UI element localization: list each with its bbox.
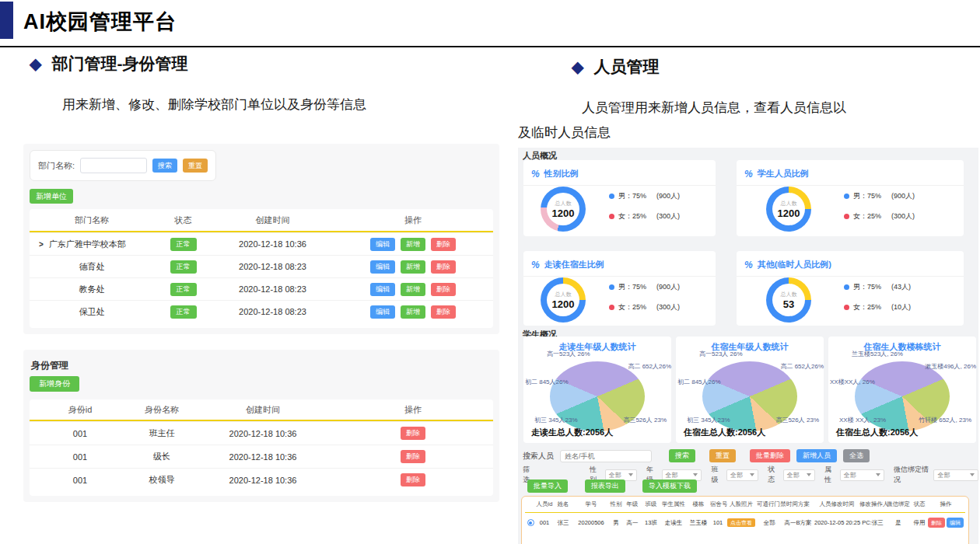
col-status: 状态	[911, 500, 928, 508]
dept-name-label: 部门名称:	[38, 160, 75, 172]
col-actions: 操作	[333, 214, 493, 226]
modify-time: 2020-12-05 20:25	[814, 519, 859, 526]
pie-label: 高三526人 23%	[775, 416, 819, 424]
person-search-button[interactable]: 搜索	[669, 449, 695, 462]
select-value: 全部	[787, 471, 800, 479]
batch-import-button[interactable]: 批量导入	[527, 479, 568, 493]
status-select[interactable]: 全部	[783, 469, 815, 481]
delete-button[interactable]: 删除	[401, 427, 425, 440]
dept-name-input[interactable]	[80, 158, 147, 173]
dept-reset-button[interactable]: 重置	[183, 159, 208, 173]
chevron-down-icon	[628, 473, 633, 476]
col-student-attr: 学生属性	[660, 500, 687, 508]
col-student-no: 学号	[573, 500, 609, 508]
row-radio[interactable]	[527, 519, 534, 526]
male-dot-icon	[844, 284, 849, 290]
slide-page: AI校园管理平台 部门管理-身份管理 用来新增、修改、删除学校部门单位以及身份等…	[0, 0, 980, 544]
export-report-button[interactable]: 报表导出	[585, 479, 625, 493]
delete-button[interactable]: 删除	[431, 238, 456, 251]
male-count: (43人)	[891, 282, 911, 292]
table-row: 001 级长 2020-12-18 10:36 删除	[30, 445, 493, 468]
col-modify-time: 人员修改时间	[814, 500, 859, 508]
female-count: (10人)	[891, 302, 911, 312]
add-button[interactable]: 新增	[401, 283, 425, 296]
chevron-down-icon	[807, 473, 811, 476]
template-download-button[interactable]: 导入模板下载	[642, 479, 697, 493]
dept-name: 教务处	[30, 284, 154, 295]
edit-button[interactable]: 编辑	[947, 518, 964, 528]
class-select[interactable]: 全部	[726, 469, 758, 481]
right-description-line1: 人员管理用来新增人员信息，查看人员信息以	[582, 99, 846, 117]
delete-button[interactable]: 删除	[928, 518, 945, 528]
person-reset-button[interactable]: 重置	[709, 449, 736, 462]
created-time: 2020-12-18 10:36	[212, 239, 333, 249]
identity-name: 班主任	[131, 427, 193, 439]
percent-icon	[744, 257, 753, 271]
wechat-filter-label: 微信绑定情况	[894, 465, 931, 485]
add-identity-button[interactable]: 新增身份	[30, 376, 79, 392]
pie-label: 竹轩楼 652人, 23%	[919, 416, 971, 424]
delete-button[interactable]: 删除	[431, 305, 456, 319]
dept-table-header: 部门名称 状态 创建时间 操作	[30, 209, 493, 232]
time-plan: 高一B方案	[782, 519, 814, 527]
table-row: 保卫处 正常 2020-12-18 08:23 编辑 新增 删除	[30, 300, 493, 323]
class-filter-label: 班级	[711, 465, 723, 485]
card-title: 性别比例	[544, 168, 579, 180]
edit-button[interactable]: 编辑	[370, 260, 395, 274]
identity-id: 001	[30, 429, 131, 438]
male-count: (900人)	[656, 191, 680, 201]
chevron-down-icon	[750, 473, 754, 476]
add-dept-button[interactable]: 新增单位	[30, 189, 73, 204]
chevron-down-icon	[970, 473, 975, 476]
pie-label: 漱玉楼496人, 26%	[925, 362, 976, 371]
delete-button[interactable]: 删除	[401, 450, 425, 463]
edit-button[interactable]: 编辑	[370, 305, 395, 319]
delete-button[interactable]: 删除	[431, 260, 456, 274]
col-grade: 年级	[623, 500, 642, 508]
dept-search-button[interactable]: 搜索	[152, 159, 177, 173]
col-identity-name: 身份名称	[131, 404, 193, 416]
attr-select[interactable]: 全部	[840, 469, 884, 481]
view-face-button[interactable]: 点击查看	[727, 518, 755, 527]
edit-button[interactable]: 编辑	[370, 238, 395, 251]
page-title: AI校园管理平台	[23, 8, 177, 36]
donut-total: 1200	[552, 298, 575, 310]
edit-button[interactable]: 编辑	[370, 283, 395, 296]
pie-total: 住宿生总人数:2056人	[836, 427, 918, 438]
col-gender: 性别	[609, 500, 623, 508]
col-status: 状态	[154, 214, 212, 226]
select-all-button[interactable]: 全选	[843, 449, 870, 462]
male-count: (900人)	[891, 191, 915, 201]
created-time: 2020-12-18 10:36	[193, 429, 333, 438]
status-badge: 正常	[170, 305, 197, 319]
pie-total: 走读生总人数:2056人	[531, 427, 613, 438]
add-button[interactable]: 新增	[401, 305, 425, 319]
col-created: 创建时间	[193, 404, 333, 416]
identity-table: 身份id 身份名称 创建时间 操作 001 班主任 2020-12-18 10:…	[30, 399, 493, 496]
delete-button[interactable]: 删除	[431, 283, 456, 296]
percent-icon	[744, 166, 753, 180]
female-legend: 女：25%	[618, 302, 646, 312]
created-time: 2020-12-18 08:23	[212, 307, 333, 316]
person-search-input[interactable]	[560, 450, 652, 462]
male-dot-icon	[844, 194, 849, 199]
table-row: 001 班主任 2020-12-18 10:36 删除	[30, 421, 493, 445]
chevron-down-icon	[693, 473, 698, 476]
pie-label: 高二 652人26%	[628, 362, 671, 371]
add-button[interactable]: 新增	[401, 238, 425, 251]
left-section-description: 用来新增、修改、删除学校部门单位以及身份等信息	[62, 96, 366, 113]
expand-arrow-icon[interactable]	[39, 239, 44, 249]
female-count: (300人)	[891, 211, 915, 221]
pie-label: 初二 845人26%	[677, 378, 721, 386]
right-description-line2: 及临时人员信息	[518, 124, 611, 141]
donut-legend: 男：75%(900人) 女：25%(300人)	[609, 191, 680, 221]
batch-delete-button[interactable]: 批量删除	[750, 449, 790, 462]
table-row: 001 校领导 2020-12-18 10:36 删除	[30, 468, 493, 491]
wechat-select[interactable]: 全部	[933, 469, 978, 481]
add-person-button[interactable]: 新增人员	[796, 449, 837, 462]
add-button[interactable]: 新增	[401, 260, 425, 274]
col-name: 姓名	[553, 500, 573, 508]
title-accent-block	[0, 2, 13, 39]
female-count: (300人)	[656, 211, 680, 221]
delete-button[interactable]: 删除	[401, 473, 425, 486]
